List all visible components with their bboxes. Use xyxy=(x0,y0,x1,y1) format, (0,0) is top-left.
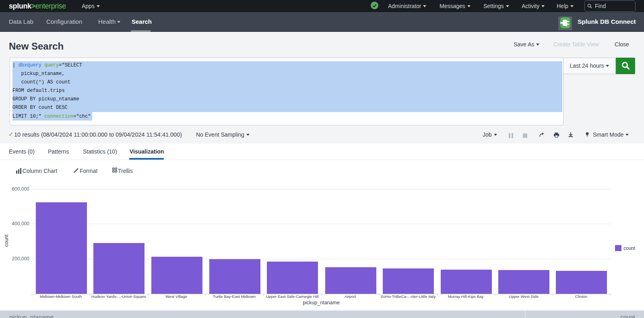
svg-text:SoHo-TriBeCa-...nter-Little It: SoHo-TriBeCa-...nter-Little Italy xyxy=(381,294,436,299)
svg-text:Upper East Side-Carnegie Hill: Upper East Side-Carnegie Hill xyxy=(266,294,319,299)
svg-text:count: count xyxy=(4,234,9,247)
svg-text:count: count xyxy=(623,245,636,251)
svg-text:Clinton: Clinton xyxy=(575,294,588,299)
svg-text:West Village: West Village xyxy=(165,294,188,299)
svg-text:pickup_ntaname: pickup_ntaname xyxy=(303,300,340,306)
svg-text:Airport: Airport xyxy=(345,294,356,299)
svg-text:Midtown-Midtown South: Midtown-Midtown South xyxy=(40,294,82,299)
svg-text:Upper West Side: Upper West Side xyxy=(509,294,539,299)
svg-text:Hudson Yards-...-Union Square: Hudson Yards-...-Union Square xyxy=(91,294,146,299)
svg-text:400,000: 400,000 xyxy=(12,221,30,227)
svg-text:Turtle Bay-East Midtown: Turtle Bay-East Midtown xyxy=(213,294,256,299)
svg-text:200,000: 200,000 xyxy=(12,256,30,262)
svg-text:600,000: 600,000 xyxy=(12,186,30,192)
svg-text:Murray Hill-Kips Bay: Murray Hill-Kips Bay xyxy=(448,294,484,299)
